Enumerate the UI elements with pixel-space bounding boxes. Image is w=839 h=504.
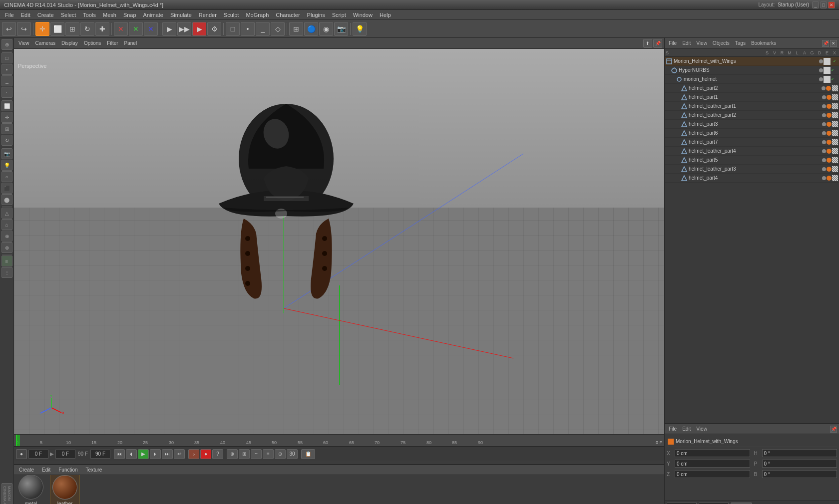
coord-p-input[interactable] [762, 460, 838, 468]
lt-camera-button[interactable]: 📷 [1, 148, 12, 159]
obj-l2-dot[interactable] [822, 113, 826, 117]
lt-poly-button[interactable]: ▪ [1, 64, 12, 75]
lt-rotate-button[interactable]: ↻ [1, 135, 12, 146]
menu-edit[interactable]: Edit [18, 11, 33, 19]
menu-render[interactable]: Render [196, 11, 220, 19]
obj-manager-pin[interactable]: 📌 [822, 40, 829, 47]
obj-p5-dot[interactable] [822, 158, 826, 162]
coord-menu-file[interactable]: File [667, 426, 679, 432]
material-leather[interactable]: leather [50, 475, 80, 504]
record-button[interactable]: ● [16, 449, 27, 459]
point-mode-button[interactable]: • [241, 22, 255, 36]
polygon-mode-button[interactable]: ◇ [271, 22, 285, 36]
edge-mode-button[interactable]: ⎯ [256, 22, 270, 36]
obj-item-leather2[interactable]: helmet_leather_part2 [665, 111, 839, 120]
rotate-button[interactable]: ↻ [80, 22, 94, 36]
loop-button[interactable]: ↩ [174, 449, 185, 459]
select-button[interactable]: ⬜ [50, 22, 64, 36]
lt-tool4-button[interactable]: ⊗ [1, 242, 12, 253]
next-frame-button[interactable]: ⏵ [150, 449, 161, 459]
lt-object-button[interactable]: □ [1, 52, 12, 63]
viewport-canvas[interactable]: Perspective X Y Z [14, 49, 664, 434]
menu-select[interactable]: Select [58, 11, 79, 19]
mat-tab-function[interactable]: Function [55, 466, 80, 474]
memo-button[interactable]: 📋 [301, 449, 315, 459]
obj-item-part6[interactable]: helmet_part6 [665, 129, 839, 138]
goto-end-button[interactable]: ⏭ [162, 449, 173, 459]
material-metal[interactable]: metal [16, 475, 46, 504]
auto-key-button[interactable]: ● [200, 449, 211, 459]
obj-item-part4[interactable]: helmet_part4 [665, 174, 839, 183]
obj-l3-dot[interactable] [822, 167, 826, 171]
obj-item-part5[interactable]: helmet_part5 [665, 156, 839, 165]
lt-tool1-button[interactable]: △ [1, 208, 12, 219]
menu-simulate[interactable]: Simulate [167, 11, 195, 19]
obj-item-hypernurbs[interactable]: HyperNURBS 👁 ✓ [665, 66, 839, 75]
obj-hypernurbs-dot[interactable] [819, 68, 823, 72]
obj-root-dot1[interactable] [819, 59, 823, 63]
lt-sphere-button[interactable]: ⬤ [1, 194, 12, 205]
motion-layer-button[interactable]: ⊞ [239, 449, 250, 459]
snap-button[interactable]: ◉ [319, 22, 333, 36]
timeline-ruler[interactable]: 0 5 10 15 20 25 30 35 40 45 50 55 60 65 … [14, 435, 664, 447]
redo-button[interactable]: ↪ [17, 22, 31, 36]
z-axis-button[interactable]: ✕ [144, 22, 158, 36]
render-all-button[interactable]: ▶▶ [177, 22, 191, 36]
menu-tools[interactable]: Tools [80, 11, 99, 19]
prev-frame-button[interactable]: ⏴ [126, 449, 137, 459]
coord-z-input[interactable] [675, 470, 750, 478]
mat-tab-create[interactable]: Create [16, 466, 37, 474]
x-axis-button[interactable]: ✕ [114, 22, 128, 36]
lt-point-button[interactable]: · [1, 87, 12, 98]
motion-track-button[interactable]: ≡ [263, 449, 274, 459]
menu-character[interactable]: Character [273, 11, 303, 19]
motion-curve-button[interactable]: ~ [251, 449, 262, 459]
menu-help[interactable]: Help [377, 11, 394, 19]
y-axis-button[interactable]: ✕ [129, 22, 143, 36]
vp-maximize-icon[interactable]: ⬆ [643, 39, 652, 48]
coord-pin[interactable]: 📌 [830, 426, 837, 433]
lt-mode-button[interactable]: ⊕ [1, 39, 12, 50]
obj-menu-view[interactable]: View [694, 40, 709, 46]
current-frame-input[interactable] [28, 450, 48, 459]
menu-plugins[interactable]: Plugins [304, 11, 328, 19]
render-settings-button[interactable]: ⚙ [207, 22, 221, 36]
obj-hypernurbs-vis[interactable]: 👁 [824, 67, 831, 74]
menu-animate[interactable]: Animate [140, 11, 166, 19]
scale-dropdown[interactable]: Scale ▼ [699, 503, 729, 504]
vp-menu-display[interactable]: Display [59, 40, 80, 46]
obj-item-leather1[interactable]: helmet_leather_part1 [665, 102, 839, 111]
obj-item-morion[interactable]: morion_helmet 👁 ✓ [665, 75, 839, 84]
obj-p2-dot1[interactable] [822, 86, 826, 90]
render-region-button[interactable]: ▶ [162, 22, 176, 36]
obj-menu-objects[interactable]: Objects [711, 40, 732, 46]
vp-pin-icon[interactable]: 📌 [653, 39, 662, 48]
obj-p3-dot[interactable] [822, 122, 826, 126]
obj-item-part2[interactable]: helmet_part2 [665, 84, 839, 93]
obj-list[interactable]: Morion_Helmet_with_Wings 👁 ✓ HyperNURBS [665, 57, 839, 423]
obj-menu-tags[interactable]: Tags [733, 40, 748, 46]
lt-select-button[interactable]: ⬜ [1, 100, 12, 111]
help-button[interactable]: ? [212, 449, 223, 459]
obj-morion-dot[interactable] [819, 77, 823, 81]
obj-p6-dot[interactable] [822, 131, 826, 135]
coord-menu-view[interactable]: View [694, 426, 709, 432]
obj-hypernurbs-check[interactable]: ✓ [831, 68, 838, 72]
camera-button[interactable]: 📷 [334, 22, 348, 36]
menu-snap[interactable]: Snap [120, 11, 139, 19]
obj-menu-file[interactable]: File [667, 40, 679, 46]
lt-light-button[interactable]: 💡 [1, 160, 12, 171]
maximize-button[interactable]: □ [820, 1, 827, 8]
render-viewport-button[interactable]: ▶ [192, 22, 206, 36]
lt-fx1-button[interactable]: ≡ [1, 255, 12, 266]
light-button[interactable]: 💡 [353, 22, 367, 36]
vp-menu-view[interactable]: View [16, 40, 32, 46]
scale-button[interactable]: ⊞ [65, 22, 79, 36]
move-tool-button[interactable]: ✛ [35, 22, 49, 36]
obj-p1-dot[interactable] [822, 95, 826, 99]
fps-button[interactable]: 30 [287, 449, 298, 459]
obj-morion-vis[interactable]: 👁 [824, 76, 831, 83]
obj-p7-dot[interactable] [822, 140, 826, 144]
motion-clip-button[interactable]: ⊕ [227, 449, 238, 459]
grid-button[interactable]: ⊞ [289, 22, 303, 36]
